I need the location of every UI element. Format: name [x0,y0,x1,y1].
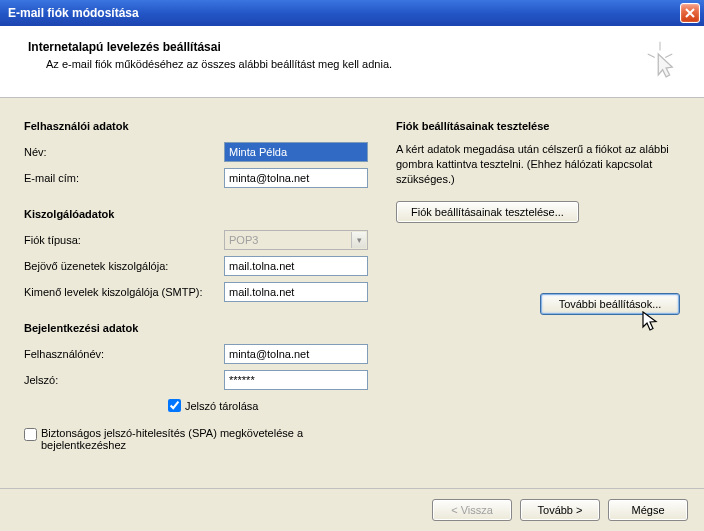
cancel-button[interactable]: Mégse [608,499,688,521]
more-settings-button[interactable]: További beállítások... [540,293,680,315]
username-input[interactable] [224,344,368,364]
email-label: E-mail cím: [24,172,224,184]
left-column: Felhasználói adatok Név: E-mail cím: Kis… [24,120,368,488]
name-label: Név: [24,146,224,158]
footer-buttons: < Vissza Tovább > Mégse [0,488,704,531]
chevron-down-icon: ▾ [351,232,366,248]
username-label: Felhasználónév: [24,348,224,360]
account-type-label: Fiók típusa: [24,234,224,246]
account-type-value: POP3 [229,234,258,246]
close-icon [685,8,695,18]
incoming-label: Bejövő üzenetek kiszolgálója: [24,260,224,272]
page-title: Internetalapú levelezés beállításai [28,40,392,54]
title-bar: E-mail fiók módosítása [0,0,704,26]
remember-password-checkbox[interactable] [168,399,181,412]
outgoing-input[interactable] [224,282,368,302]
password-input[interactable] [224,370,368,390]
next-button[interactable]: Tovább > [520,499,600,521]
svg-line-2 [665,54,672,58]
account-type-select: POP3 ▾ [224,230,368,250]
header-cursor-icon [642,40,678,82]
password-label: Jelszó: [24,374,224,386]
svg-line-1 [648,54,655,58]
test-section-title: Fiók beállításainak tesztelése [396,120,680,132]
test-settings-button[interactable]: Fiók beállításainak tesztelése... [396,201,579,223]
user-section-title: Felhasználói adatok [24,120,368,132]
spa-checkbox[interactable] [24,428,37,441]
server-section-title: Kiszolgálóadatok [24,208,368,220]
outgoing-label: Kimenő levelek kiszolgálója (SMTP): [24,286,224,298]
remember-password-label: Jelszó tárolása [185,400,258,412]
window-title: E-mail fiók módosítása [8,6,139,20]
header-area: Internetalapú levelezés beállításai Az e… [0,26,704,98]
email-input[interactable] [224,168,368,188]
test-description: A kért adatok megadása után célszerű a f… [396,142,680,187]
back-button: < Vissza [432,499,512,521]
name-input[interactable] [224,142,368,162]
right-column: Fiók beállításainak tesztelése A kért ad… [396,120,680,488]
spa-label: Biztonságos jelszó-hitelesítés (SPA) meg… [41,427,311,451]
incoming-input[interactable] [224,256,368,276]
page-subtitle: Az e-mail fiók működéséhez az összes alá… [46,58,392,70]
login-section-title: Bejelentkezési adatok [24,322,368,334]
close-button[interactable] [680,3,700,23]
